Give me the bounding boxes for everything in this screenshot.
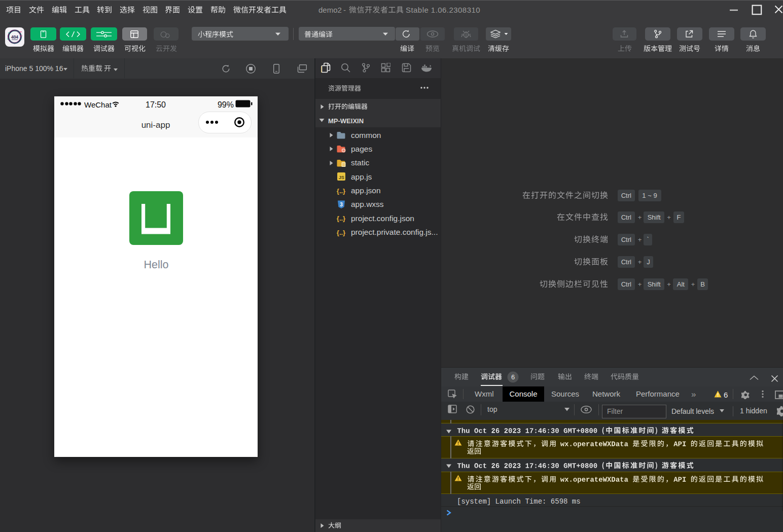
svg-text:6: 6 [511, 373, 515, 381]
svg-text:3: 3 [340, 202, 343, 207]
svg-text:{..}: {..} [337, 215, 345, 222]
svg-text:{..}: {..} [337, 187, 345, 194]
svg-text:404: 404 [11, 34, 18, 40]
svg-text:JS: JS [339, 175, 344, 180]
svg-text:{..}: {..} [337, 228, 345, 236]
